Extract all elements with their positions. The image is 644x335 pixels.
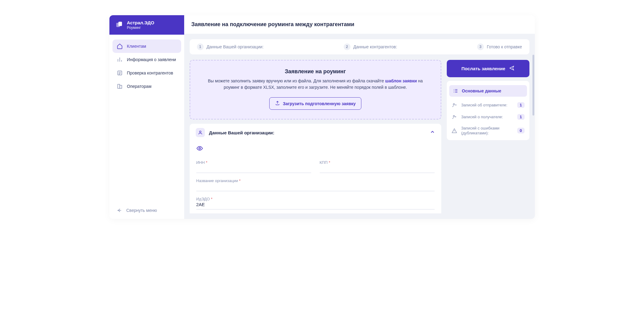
send-button[interactable]: Послать заявление (447, 60, 529, 77)
idedo-label: ИдЭДО * (196, 197, 435, 201)
upload-button[interactable]: Загрузить подготовленную заявку (269, 97, 362, 110)
sidebar-item-info[interactable]: Информация о заявлени (112, 53, 181, 66)
svg-rect-3 (118, 85, 120, 88)
arrow-left-icon (116, 207, 122, 213)
person-icon (196, 128, 205, 137)
orgname-field[interactable]: Название организации * (196, 176, 435, 191)
send-icon (509, 65, 515, 72)
info-text-a: Вы можете заполнить заявку вручную или и… (208, 78, 385, 83)
brand-title: Астрал.ЭДО (127, 20, 154, 26)
stat-badge: 1 (517, 114, 525, 120)
inn-input[interactable] (196, 165, 311, 171)
kpp-input[interactable] (320, 165, 435, 171)
sidebar-nav: Клиентам Информация о заявлени Проверка … (109, 35, 184, 202)
step-number: 1 (197, 43, 204, 50)
idedo-input[interactable] (196, 201, 435, 207)
brand-subtitle: Роуминг (127, 26, 154, 30)
main: Заявление на подключение роуминга между … (184, 15, 535, 219)
list-icon (117, 70, 123, 76)
step-2: 2 Данные контрагентов: (344, 43, 397, 50)
inn-label: ИНН * (196, 160, 311, 165)
svg-point-8 (453, 115, 455, 117)
sidebar-item-label: Операторам (127, 84, 152, 89)
scrollbar-thumb[interactable] (532, 55, 534, 116)
orgname-input[interactable] (196, 183, 435, 189)
step-number: 3 (477, 43, 484, 50)
stat-label: Записей о получателе: (461, 115, 514, 119)
brand-bar: Астрал.ЭДО Роуминг (109, 15, 184, 35)
bars-icon (117, 57, 123, 63)
sidebar-item-label: Клиентам (127, 44, 146, 49)
step-label: Данные Вашей организации: (207, 44, 264, 49)
step-label: Готово к отправке (487, 44, 522, 49)
chevron-up-icon (430, 129, 435, 136)
building-icon (117, 83, 123, 89)
org-section-header[interactable]: Данные Вашей организации: (190, 124, 441, 141)
kpp-field[interactable]: КПП * (320, 158, 435, 173)
sidebar: Астрал.ЭДО Роуминг Клиентам Информация о… (109, 15, 184, 219)
collapse-label: Свернуть меню (126, 208, 157, 213)
stats-title: Основные данные (462, 88, 501, 93)
page-title: Заявление на подключение роуминга между … (184, 15, 535, 34)
eye-icon[interactable] (196, 145, 435, 153)
person-out-icon (452, 102, 458, 108)
idedo-field[interactable]: ИдЭДО * (196, 194, 435, 209)
orgname-label: Название организации * (196, 178, 435, 183)
template-link[interactable]: шаблон заявки (385, 78, 417, 83)
svg-point-7 (453, 103, 455, 105)
sidebar-item-label: Проверка контрагентов (127, 71, 173, 75)
upload-label: Загрузить подготовленную заявку (283, 101, 356, 106)
organization-section: Данные Вашей организации: ИНН * КПП * (190, 124, 441, 213)
stats-header[interactable]: Основные данные (449, 85, 527, 97)
app-shell: Астрал.ЭДО Роуминг Клиентам Информация о… (109, 15, 535, 219)
svg-rect-4 (120, 85, 122, 88)
stat-row-sender: Записей об отправителе: 1 (447, 99, 529, 111)
svg-rect-1 (118, 22, 122, 26)
inn-field[interactable]: ИНН * (196, 158, 311, 173)
send-label: Послать заявление (461, 66, 505, 71)
stat-label: Записей с ошибками (дубликатами): (461, 126, 514, 135)
info-text: Вы можете заполнить заявку вручную или и… (202, 78, 429, 91)
stepper: 1 Данные Вашей организации: 2 Данные кон… (190, 39, 529, 54)
step-number: 2 (344, 43, 350, 50)
step-3: 3 Готово к отправке (477, 43, 522, 50)
step-label: Данные контрагентов: (353, 44, 397, 49)
roaming-info-box: Заявление на роуминг Вы можете заполнить… (190, 60, 441, 119)
svg-point-6 (199, 147, 201, 149)
step-1: 1 Данные Вашей организации: (197, 43, 264, 50)
info-title: Заявление на роуминг (202, 68, 429, 75)
stat-label: Записей об отправителе: (461, 103, 514, 108)
sidebar-item-label: Информация о заявлени (127, 57, 176, 62)
org-heading: Данные Вашей организации: (209, 130, 425, 135)
kpp-label: КПП * (320, 160, 435, 165)
warning-icon (452, 128, 458, 133)
collapse-menu-button[interactable]: Свернуть меню (109, 202, 184, 219)
stat-badge: 0 (517, 128, 525, 133)
sidebar-item-clients[interactable]: Клиентам (112, 40, 181, 53)
person-in-icon (452, 114, 458, 120)
stats-card: Основные данные Записей об отправителе: … (447, 81, 529, 140)
sidebar-item-check[interactable]: Проверка контрагентов (112, 66, 181, 80)
home-icon (117, 43, 123, 49)
upload-icon (275, 101, 280, 106)
stat-badge: 1 (517, 102, 525, 108)
svg-point-5 (199, 131, 201, 133)
stat-row-errors: Записей с ошибками (дубликатами): 0 (447, 123, 529, 138)
sidebar-item-operators[interactable]: Операторам (112, 80, 181, 93)
stat-row-receiver: Записей о получателе: 1 (447, 111, 529, 123)
brand-logo-icon (115, 21, 123, 29)
